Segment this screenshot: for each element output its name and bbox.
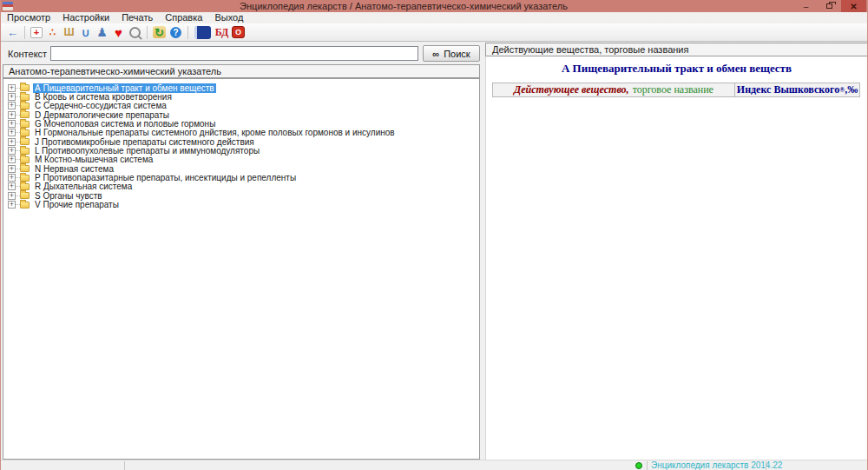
search-button-label: Поиск [444,49,470,59]
tree-item-label[interactable]: N Нервная система [33,164,115,174]
status-separator [124,461,125,470]
expand-icon[interactable] [8,120,16,128]
folder-icon [20,103,30,109]
folder-icon [20,111,30,118]
expand-icon[interactable] [8,129,16,136]
expand-icon[interactable] [8,201,16,209]
expand-icon[interactable] [8,111,16,119]
folder-icon [20,202,30,209]
book-icon[interactable] [194,26,211,39]
tree-item-label[interactable]: D Дерматологические препараты [33,110,171,120]
status-app-version: Энциклопедия лекарств 2014.22 [651,460,782,470]
column-vyshkovsky-index[interactable]: Индекс Вышковского®,‰ [735,83,859,96]
status-online-dot-icon [635,462,642,469]
search-lens-icon[interactable] [127,24,143,40]
help-icon[interactable]: ? [170,27,181,38]
expand-icon[interactable] [8,93,16,101]
tree-item-label[interactable]: Р Противопаразитарные препараты, инсекти… [33,173,298,182]
index-label: Индекс Вышковского [737,83,839,96]
web-update-icon[interactable]: ↻ [153,26,166,38]
toolbar-separator [187,26,188,39]
app-icon [3,2,13,10]
database-icon[interactable]: БД [214,24,230,40]
active-substance-label: Действующее вещество, [514,83,629,96]
folder-icon [20,84,30,91]
restore-icon [826,3,832,9]
tree-row[interactable]: В Кровь и система кроветворения [3,92,479,101]
tree-item-label[interactable]: G Мочеполовая система и половые гормоны [33,119,217,129]
tree-row[interactable]: L Противоопухолевые препараты и иммуномо… [3,146,479,155]
tree-row[interactable]: G Мочеполовая система и половые гормоны [3,119,479,128]
expand-icon[interactable] [8,84,16,92]
folder-icon [20,156,30,163]
tree-row[interactable]: Н Гормональные препараты системного днйс… [3,129,479,137]
mortar-pestle-icon[interactable]: ∪ [77,24,94,40]
bank-building-icon[interactable]: Ш [61,24,77,40]
toolbar-separator [24,26,25,39]
expand-icon[interactable] [8,147,16,155]
status-bar: Энциклопедия лекарств 2014.22 [1,460,868,470]
tree-item-label[interactable]: L Противоопухолевые препараты и иммуномо… [33,146,261,156]
binoculars-icon: ∞ [432,49,439,59]
status-separator [647,461,648,470]
expand-icon[interactable] [8,192,16,200]
close-button[interactable]: ✕ [841,0,866,12]
doctor-icon[interactable]: ♟ [94,24,110,40]
menu-item-exit[interactable]: Выход [208,12,249,23]
tree-row[interactable]: J Противомикробные препараты системного … [3,137,479,146]
tree-row[interactable]: R Дыхательная система [3,182,479,191]
tree-row[interactable]: S Органы чувств [3,191,479,200]
tree-item-label[interactable]: S Органы чувств [33,191,104,201]
tree-item-label[interactable]: R Дыхательная система [33,182,134,191]
expand-icon[interactable] [8,138,16,146]
tree-item-label[interactable]: М Костно-мышечная система [33,155,155,164]
tree-header: Анатомо-терапевтическо-химический указат… [3,64,480,78]
index-suffix: ,‰ [845,83,858,96]
back-icon[interactable]: ← [4,24,21,40]
folder-icon [20,129,30,136]
tree-row[interactable]: С Сердечно-сосудистая система [3,102,479,110]
search-button[interactable]: ∞ Поиск [423,45,480,62]
power-icon[interactable]: O [232,26,245,38]
tree-item-label[interactable]: А Пищеварительный тракт и обмен веществ [33,83,216,93]
tree-item-label[interactable]: J Противомикробные препараты системного … [33,137,256,147]
tree-row[interactable]: А Пищеварительный тракт и обмен веществ [3,83,479,92]
tree-item-label[interactable]: В Кровь и система кроветворения [33,92,174,102]
column-substance-tradename[interactable]: Действующее вещество, торговое название [493,83,735,96]
window-controls: – ✕ [794,0,866,12]
menu-item-help[interactable]: Справка [159,12,208,23]
minimize-button[interactable]: – [794,0,818,12]
expand-icon[interactable] [8,182,16,190]
tree-item-label[interactable]: Н Гормональные препараты системного днйс… [33,128,397,137]
tree-row[interactable]: Р Противопаразитарные препараты, инсекти… [3,173,479,182]
menu-item-view[interactable]: Просмотр [1,12,56,23]
restore-button[interactable] [818,0,841,12]
first-aid-kit-icon[interactable]: + [30,27,43,38]
toolbar-separator [147,26,148,39]
heart-icon[interactable]: ♥ [110,24,127,40]
window-title: Энциклопедия лекарств / Анатомо-терапевт… [13,0,794,12]
context-label: Контекст : [8,49,52,59]
tree-item-label[interactable]: V Прочие препараты [33,200,121,209]
menu-item-settings[interactable]: Настройки [56,12,115,23]
expand-icon[interactable] [8,102,16,109]
molecule-icon[interactable]: ∴ [44,24,61,40]
menu-item-print[interactable]: Печать [115,12,159,23]
menu-bar: Просмотр Настройки Печать Справка Выход [1,12,867,23]
tree-row[interactable]: N Нервная система [3,164,479,173]
trade-name-label: торговое название [633,83,713,96]
context-input[interactable] [50,46,418,61]
tree-row[interactable]: D Дерматологические препараты [3,110,479,119]
status-separator [766,461,766,470]
folder-icon [20,138,30,145]
tree-row[interactable]: V Прочие препараты [3,200,479,209]
expand-icon[interactable] [8,165,16,173]
application-window: Энциклопедия лекарств / Анатомо-терапевт… [0,0,868,470]
expand-icon[interactable] [8,174,16,182]
right-panel-header: Действующие вещества, торговые названия [485,43,868,56]
expand-icon[interactable] [8,156,16,163]
tree-item-label[interactable]: С Сердечно-сосудистая система [33,101,168,110]
folder-icon [20,183,30,190]
folder-icon [20,148,30,155]
tree-row[interactable]: М Костно-мышечная система [3,156,479,164]
